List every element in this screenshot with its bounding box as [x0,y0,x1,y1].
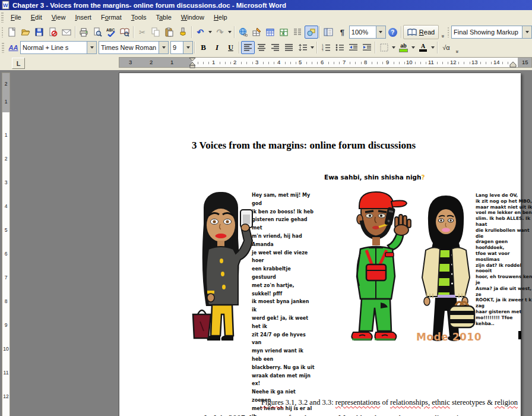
justify-button[interactable] [282,41,296,54]
decrease-indent-button[interactable] [346,41,360,54]
toolbar-drag-handle[interactable] [2,27,3,37]
indent-markers[interactable] [188,58,196,68]
borders-dropdown[interactable] [391,41,397,54]
horizontal-ruler[interactable]: 3 2 1 1 2 3 4 5 6 7 8 9 10 11 12 13 14 1… [119,57,532,68]
tab-stop-selector[interactable]: L [12,58,25,69]
toolbar-drag-handle[interactable] [2,43,4,53]
vertical-ruler[interactable]: 2 1 1 2 3 4 5 6 7 8 9 10 11 12 [2,73,10,416]
menu-view[interactable]: View [47,12,71,23]
hyperlink-globe-icon [238,27,248,37]
hyperlink-button[interactable] [236,26,250,39]
ruler-number: 2 [2,81,10,87]
document-page[interactable]: 3 Voices from the margins: online forum … [119,73,521,416]
permission-icon [48,27,58,37]
numbering-button[interactable]: 1.2.3. [319,41,332,54]
align-right-button[interactable] [268,41,282,54]
menu-drag-handle[interactable] [1,12,4,23]
zoom-dropdown[interactable] [376,26,385,38]
menu-tools[interactable]: Tools [126,12,151,23]
display-mode-dropdown[interactable] [522,26,531,38]
menu-file[interactable]: File [6,12,26,23]
cut-button[interactable]: ✂ [135,26,149,39]
menu-format[interactable]: Format [96,12,126,23]
print-button[interactable] [77,26,91,39]
font-combobox[interactable]: Times New Roman [99,41,169,54]
separator [75,26,76,38]
scissors-icon: ✂ [139,28,145,37]
bullets-button[interactable] [332,41,346,54]
print-preview-button[interactable] [91,26,104,39]
align-center-button[interactable] [255,41,268,54]
style-combobox[interactable]: Normal + Line s [20,41,97,54]
menu-help[interactable]: Help [209,12,232,23]
font-color-button[interactable]: A [416,41,430,54]
ruler-number: 12 [449,59,457,66]
ruler-number: 4 [277,59,281,66]
save-button[interactable] [33,26,46,39]
permission-button[interactable] [46,26,60,39]
size-dropdown[interactable] [183,42,192,53]
styles-formatting-button[interactable]: AA [7,41,20,54]
undo-button[interactable]: ↶ [194,26,207,39]
excel-worksheet-icon: X [279,27,289,37]
tables-borders-button[interactable] [250,26,264,39]
align-left-button[interactable] [241,41,255,54]
align-left-icon [244,44,252,51]
standard-toolbar: ABC ✂ ↶ ↷ X ¶ 100% ? Read » Final Showin… [0,24,532,40]
redo-button[interactable]: ↷ [213,26,227,39]
size-combobox[interactable]: 9 [170,41,193,54]
style-dropdown[interactable] [87,42,96,53]
ruler-number: 11 [2,370,10,376]
menu-edit[interactable]: Edit [26,12,47,23]
ruler-number: 14 [493,59,501,66]
line-spacing-dropdown[interactable] [309,41,315,54]
paste-button[interactable] [163,26,176,39]
open-button[interactable] [19,26,33,39]
undo-dropdown[interactable] [207,26,213,39]
menu-insert[interactable]: Insert [70,12,96,23]
zoom-combobox[interactable]: 100% [349,26,386,39]
read-button[interactable]: Read [403,25,439,39]
increase-indent-button[interactable] [360,41,373,54]
font-dropdown[interactable] [159,42,168,53]
line-spacing-button[interactable] [296,41,309,54]
spelling-button[interactable]: ABC [104,26,118,39]
font-color-dropdown[interactable] [430,41,436,54]
object-anchor-mark [518,331,521,339]
columns-button[interactable] [291,26,305,39]
equation-button[interactable]: √α [439,41,453,54]
new-document-button[interactable] [5,26,19,39]
format-painter-button[interactable] [176,26,190,39]
reviewing-toolbar-drag-handle[interactable] [448,27,449,37]
show-hide-button[interactable]: ¶ [335,26,349,39]
insert-excel-button[interactable]: X [277,26,291,39]
dropdown-arrow-icon [208,31,212,33]
redo-dropdown[interactable] [227,26,233,39]
insert-table-button[interactable] [264,26,277,39]
menu-window[interactable]: Window [176,12,209,23]
menu-table[interactable]: Table [151,12,176,23]
copy-button[interactable] [149,26,163,39]
styles-icon: AA [9,44,18,51]
ruler-number: 13 [471,59,479,66]
help-button[interactable]: ? [386,26,400,39]
highlight-dropdown[interactable] [410,41,416,54]
display-mode-combobox[interactable]: Final Showing Markup [451,26,532,39]
italic-button[interactable]: I [210,41,224,54]
font-value: Times New Roman [101,44,156,51]
highlight-button[interactable]: ab [397,41,410,54]
borders-button[interactable] [377,41,391,54]
underline-button[interactable]: U [224,41,238,54]
drawing-button[interactable] [305,26,318,39]
columns-icon [293,27,302,37]
research-button[interactable] [118,26,132,39]
bold-button[interactable]: B [197,41,210,54]
dropdown-arrow-icon [186,46,190,49]
email-button[interactable] [60,26,74,39]
document-map-button[interactable] [322,26,335,39]
chevron-down-icon: » [455,50,458,53]
toolbar-options-chevron[interactable]: » [439,25,446,39]
toolbar-options-chevron[interactable]: » [453,40,461,55]
right-indent-marker[interactable] [509,62,517,68]
ruler-number: 5 [2,228,10,233]
